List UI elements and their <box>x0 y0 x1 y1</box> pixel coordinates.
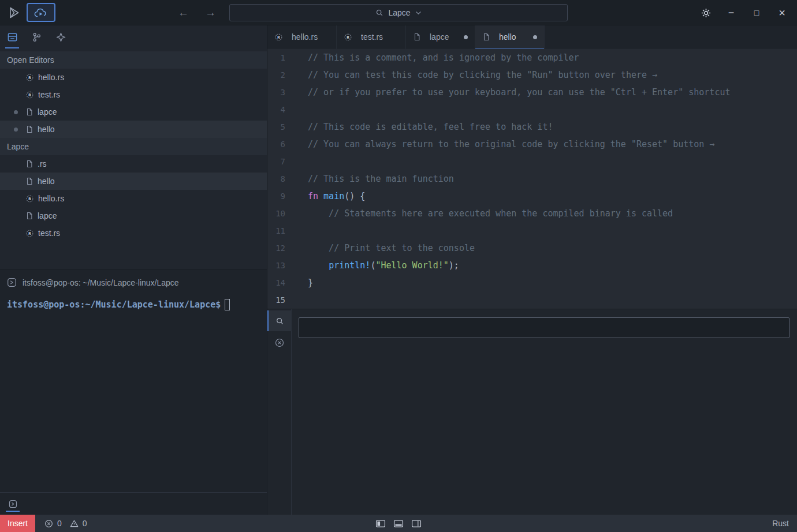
tab-label: hello <box>499 32 516 42</box>
activity-tab-file-explorer[interactable] <box>0 25 24 48</box>
terminal-header: itsfoss@pop-os: ~/Music/Lapce-linux/Lapc… <box>0 269 267 287</box>
editor-tab[interactable]: hello <box>475 25 545 48</box>
code-line[interactable]: 6// You can always return to the origina… <box>267 136 797 153</box>
file-icon <box>482 33 490 41</box>
code-line[interactable]: 8// This is the main function <box>267 170 797 188</box>
file-tree-item[interactable]: Rtest.rs <box>0 224 267 242</box>
terminal-icon <box>9 500 17 508</box>
file-tree-item[interactable]: Rhello.rs <box>0 190 267 207</box>
code-line[interactable]: 5// This code is editable, feel free to … <box>267 118 797 136</box>
toggle-left-panel-button[interactable] <box>376 520 386 527</box>
file-icon <box>25 160 33 168</box>
code-line[interactable]: 4 <box>267 101 797 118</box>
file-tree-item[interactable]: .rs <box>0 155 267 173</box>
file-tree-item[interactable]: hello <box>0 121 267 138</box>
line-number: 10 <box>267 209 285 218</box>
file-icon <box>25 212 33 220</box>
line-text: // You can test this code by clicking th… <box>308 70 657 80</box>
line-number: 11 <box>267 226 285 235</box>
code-token: // This code is editable, feel free to h… <box>308 122 553 132</box>
command-palette[interactable]: Lapce <box>229 4 568 21</box>
maximize-button[interactable]: □ <box>744 0 769 25</box>
warning-count: 0 <box>83 519 87 528</box>
line-number: 15 <box>267 295 285 305</box>
rust-file-icon: R <box>25 73 34 82</box>
line-number: 12 <box>267 243 285 253</box>
line-number: 4 <box>267 105 285 114</box>
workspace-file-list: .rshelloRhello.rslapceRtest.rs <box>0 155 267 242</box>
file-tree-item[interactable]: lapce <box>0 207 267 224</box>
file-name: hello.rs <box>38 194 64 203</box>
toggle-right-panel-button[interactable] <box>412 520 422 527</box>
code-line[interactable]: 13 println!("Hello World!"); <box>267 257 797 274</box>
rust-file-icon: R <box>25 229 34 238</box>
forward-button[interactable]: → <box>205 6 216 19</box>
panel-toggles <box>376 520 422 527</box>
code-line[interactable]: 9fn main() { <box>267 188 797 205</box>
code-line[interactable]: 15 <box>267 291 797 309</box>
file-tree-item[interactable]: lapce <box>0 103 267 121</box>
line-text: } <box>308 278 313 288</box>
file-tree-item[interactable]: Rhello.rs <box>0 69 267 86</box>
search-panel-tab[interactable] <box>267 310 292 331</box>
file-explorer-icon <box>7 32 18 43</box>
editor-tab[interactable]: lapce <box>406 25 475 48</box>
terminal-title: itsfoss@pop-os: ~/Music/Lapce-linux/Lapc… <box>23 278 179 287</box>
search-icon <box>275 317 284 325</box>
file-name: lapce <box>38 107 57 117</box>
warning-indicator[interactable]: 0 <box>70 519 87 528</box>
line-number: 14 <box>267 278 285 287</box>
error-indicator[interactable]: 0 <box>44 519 62 528</box>
activity-tab-source-control[interactable] <box>24 25 49 48</box>
file-tree-item[interactable]: Rtest.rs <box>0 86 267 103</box>
rust-file-icon: R <box>25 91 34 99</box>
problems-panel-tab[interactable] <box>267 332 292 353</box>
file-tree-item[interactable]: hello <box>0 173 267 190</box>
settings-button[interactable] <box>693 0 718 25</box>
line-number: 5 <box>267 122 285 132</box>
terminal-cursor <box>225 299 230 310</box>
code-token: // You can always return to the original… <box>308 139 714 149</box>
remote-connection-button[interactable] <box>27 3 55 22</box>
code-token: // or if you prefer to use your keyboard… <box>308 87 731 98</box>
code-line[interactable]: 3// or if you prefer to use your keyboar… <box>267 84 797 101</box>
line-text: // Statements here are executed when the… <box>308 208 673 219</box>
terminal-panel-tab[interactable] <box>6 496 20 512</box>
line-number: 9 <box>267 192 285 201</box>
code-line[interactable]: 14} <box>267 274 797 291</box>
line-number: 7 <box>267 157 285 166</box>
terminal-prompt-line[interactable]: itsfoss@pop-os:~/Music/Lapce-linux/Lapce… <box>7 299 260 310</box>
tab-label: lapce <box>430 32 449 42</box>
code-line[interactable]: 12 // Print text to the console <box>267 239 797 257</box>
back-button[interactable]: ← <box>178 6 189 19</box>
open-editors-header[interactable]: Open Editors <box>0 51 267 69</box>
source-control-icon <box>31 32 42 43</box>
code-line[interactable]: 10 // Statements here are executed when … <box>267 205 797 222</box>
file-icon <box>25 125 33 133</box>
minimize-button[interactable]: − <box>718 0 744 25</box>
toggle-bottom-panel-button[interactable] <box>394 520 404 527</box>
activity-tab-plugins[interactable] <box>49 25 73 48</box>
rust-file-icon: R <box>344 33 352 42</box>
code-line[interactable]: 2// You can test this code by clicking t… <box>267 66 797 84</box>
terminal-panel[interactable]: itsfoss@pop-os: ~/Music/Lapce-linux/Lapc… <box>0 269 267 515</box>
code-editor[interactable]: 1// This is a comment, and is ignored by… <box>267 48 797 309</box>
language-indicator[interactable]: Rust <box>772 519 797 528</box>
code-token: // Print text to the console <box>308 243 475 253</box>
editor-tab[interactable]: Rtest.rs <box>337 25 406 48</box>
activity-bar <box>0 25 267 48</box>
workspace-header[interactable]: Lapce <box>0 138 267 155</box>
line-text: fn main() { <box>308 191 365 201</box>
code-line[interactable]: 11 <box>267 222 797 239</box>
status-bar: Insert 0 0 Rust <box>0 515 797 532</box>
svg-text:R: R <box>277 35 280 39</box>
tab-label: test.rs <box>361 32 383 42</box>
code-line[interactable]: 1// This is a comment, and is ignored by… <box>267 49 797 66</box>
search-icon <box>375 9 383 17</box>
search-input[interactable] <box>299 317 789 338</box>
code-line[interactable]: 7 <box>267 153 797 170</box>
warning-icon <box>70 519 79 528</box>
close-button[interactable]: × <box>769 0 795 25</box>
editor-mode-badge: Insert <box>0 515 35 532</box>
editor-tab[interactable]: Rhello.rs <box>267 25 337 48</box>
